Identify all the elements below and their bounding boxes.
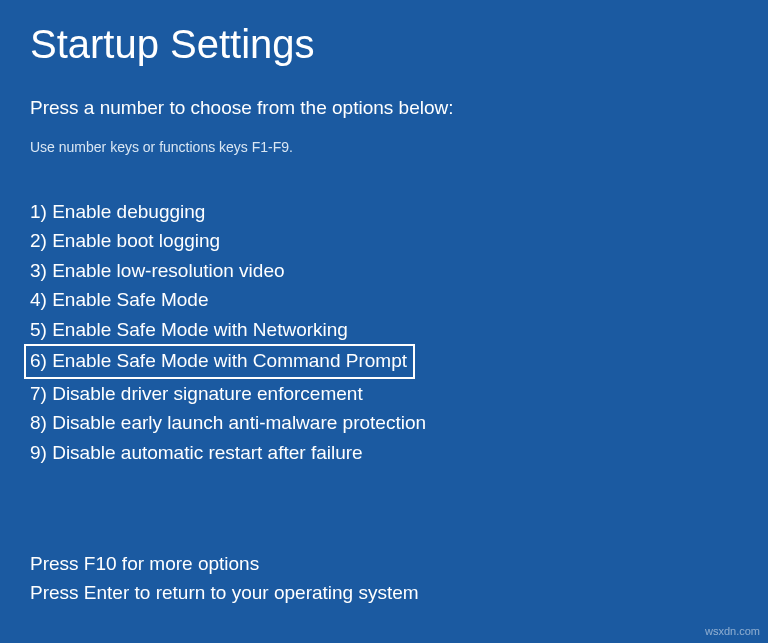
option-2[interactable]: 2) Enable boot logging <box>30 226 220 255</box>
option-3[interactable]: 3) Enable low-resolution video <box>30 256 285 285</box>
options-list: 1) Enable debugging2) Enable boot loggin… <box>30 197 738 467</box>
option-9[interactable]: 9) Disable automatic restart after failu… <box>30 438 363 467</box>
instruction-subtitle: Press a number to choose from the option… <box>30 97 738 119</box>
footer-more-options: Press F10 for more options <box>30 550 419 579</box>
footer-instructions: Press F10 for more options Press Enter t… <box>30 550 419 607</box>
option-8[interactable]: 8) Disable early launch anti-malware pro… <box>30 408 426 437</box>
option-6[interactable]: 6) Enable Safe Mode with Command Prompt <box>24 344 415 378</box>
watermark: wsxdn.com <box>705 625 760 637</box>
option-7[interactable]: 7) Disable driver signature enforcement <box>30 379 363 408</box>
option-5[interactable]: 5) Enable Safe Mode with Networking <box>30 315 348 344</box>
option-1[interactable]: 1) Enable debugging <box>30 197 205 226</box>
key-hint: Use number keys or functions keys F1-F9. <box>30 139 738 155</box>
page-title: Startup Settings <box>30 22 738 67</box>
footer-return: Press Enter to return to your operating … <box>30 579 419 608</box>
option-4[interactable]: 4) Enable Safe Mode <box>30 285 209 314</box>
